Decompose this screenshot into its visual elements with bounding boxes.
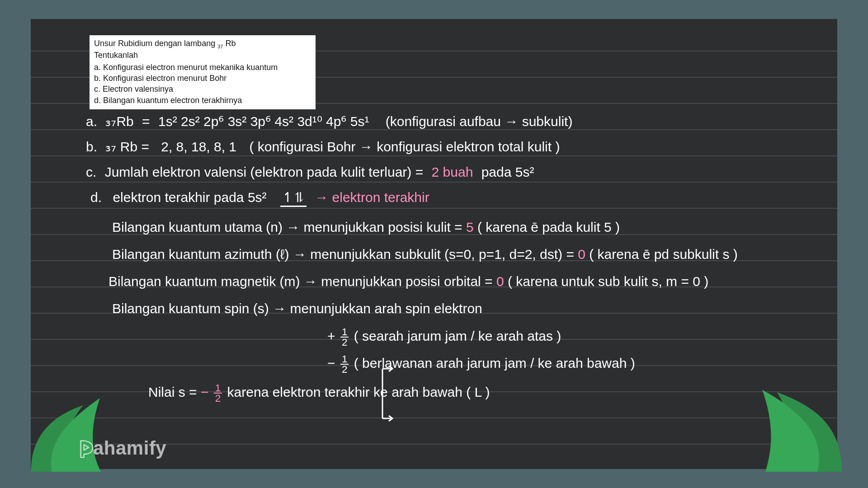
quantum-n-line: Bilangan kuantum utama (n) → menunjukkan… [112,220,620,235]
answer-b-label: b. [86,139,97,154]
spin-plus-text: ( searah jarum jam / ke arah atas ) [354,328,561,343]
quantum-n-tail: ( karena ē pada kulit 5 ) [477,220,620,235]
spin-value-sign: − [201,385,209,399]
atomic-number: 37 [217,44,223,49]
half-fraction-value: 1 2 [214,383,222,404]
spin-plus-sign: + [327,328,335,343]
quantum-m-tail: ( karena untuk sub kulit s, m = 0 ) [508,274,708,289]
quantum-l-tail: ( karena ē pd subkulit s ) [589,247,738,262]
equals-sign: = [142,114,150,129]
answer-a-config: 1s² 2s² 2p⁶ 3s² 3p⁶ 4s² 3d¹⁰ 4p⁶ 5s¹ [158,114,369,129]
question-item-c: c. Electron valensinya [94,84,311,94]
quantum-l-line: Bilangan kuantum azimuth (ℓ) → menunjukk… [112,247,738,263]
quantum-n-value: 5 [466,220,474,235]
answer-b: b. ₃₇ Rb = 2, 8, 18, 8, 1 ( konfigurasi … [86,139,560,155]
element-symbol: Rb [225,39,236,48]
quantum-n-text: Bilangan kuantum utama (n) → menunjukkan… [112,220,466,235]
quantum-l-text: Bilangan kuantum azimuth (ℓ) → menunjukk… [112,247,578,262]
answer-b-symbol: ₃₇ Rb = [105,139,149,154]
spin-value-post: karena elektron terakhir ke arah bawah (… [227,385,490,399]
answer-c-value: 2 buah [432,164,473,179]
answer-b-note: ( konfigurasi Bohr → konfigurasi elektro… [249,139,560,154]
answer-c-text1: Jumlah elektron valensi (elektron pada k… [105,164,424,179]
answer-a: a. ₃₇Rb = 1s² 2s² 2p⁶ 3s² 3p⁶ 4s² 3d¹⁰ 4… [86,114,572,130]
outer-frame: Unsur Rubidium dengan lambang 37 Rb Tent… [0,0,868,488]
half-fraction-minus: 1 2 [340,354,349,375]
question-item-a: a. Konfigurasi electron menurut mekanika… [94,62,311,73]
answer-d-intro: elektron terakhir pada 5s² [113,190,266,205]
question-card: Unsur Rubidium dengan lambang 37 Rb Tent… [90,35,316,109]
spin-value-line: Nilai s = − 1 2 karena elektron terakhir… [148,383,490,404]
question-list: a. Konfigurasi electron menurut mekanika… [94,62,311,106]
answer-a-symbol: ₃₇Rb [105,114,133,129]
question-item-b: b. Konfigurasi electron menurut Bohr [94,73,311,84]
quantum-m-value: 0 [496,274,504,289]
logo-text: ahamify [93,437,166,459]
quantum-m-text: Bilangan kuantum magnetik (m) → menunjuk… [108,274,496,289]
answer-d-label: d. [90,190,102,205]
quantum-l-value: 0 [578,247,585,262]
question-item-d: d. Bilangan kuantum electron terakhirnya [94,95,311,106]
question-title-text: Unsur Rubidium dengan lambang [94,39,217,48]
spin-minus-text: ( berlawanan arah jarum jam / ke arah ba… [354,356,635,371]
quantum-m-line: Bilangan kuantum magnetik (m) → menunjuk… [108,274,708,290]
answer-b-config: 2, 8, 18, 8, 1 [161,139,236,154]
spin-minus-sign: − [327,356,335,371]
question-title: Unsur Rubidium dengan lambang 37 Rb [94,38,311,50]
answer-c-label: c. [86,164,96,179]
quantum-s-text: Bilangan kuantum spin (s) → menunjukkan … [112,301,482,316]
pahamify-logo: ahamify [76,437,166,459]
spin-plus-line: + 1 2 ( searah jarum jam / ke arah atas … [327,327,561,347]
spin-minus-line: − 1 2 ( berlawanan arah jarum jam / ke a… [327,354,635,375]
leaf-decor-right-icon [742,372,842,472]
answer-c-text2: pada 5s² [481,164,534,179]
answer-c: c. Jumlah elektron valensi (elektron pad… [86,164,534,180]
elektron-terakhir-note: → elektron terakhir [315,190,429,205]
tentukanlah-label: Tentukanlah [94,50,311,61]
answer-d: d. elektron terakhir pada 5s² ↿⥮ → elekt… [90,190,429,206]
answer-a-label: a. [86,114,97,129]
blackboard: Unsur Rubidium dengan lambang 37 Rb Tent… [31,19,837,469]
orbital-box: ↿⥮ [280,190,307,207]
answer-a-note: (konfigurasi aufbau → subkulit) [386,114,573,129]
quantum-s-line: Bilangan kuantum spin (s) → menunjukkan … [112,301,482,317]
half-fraction-plus: 1 2 [340,327,349,347]
spin-value-pre: Nilai s = [148,385,201,399]
